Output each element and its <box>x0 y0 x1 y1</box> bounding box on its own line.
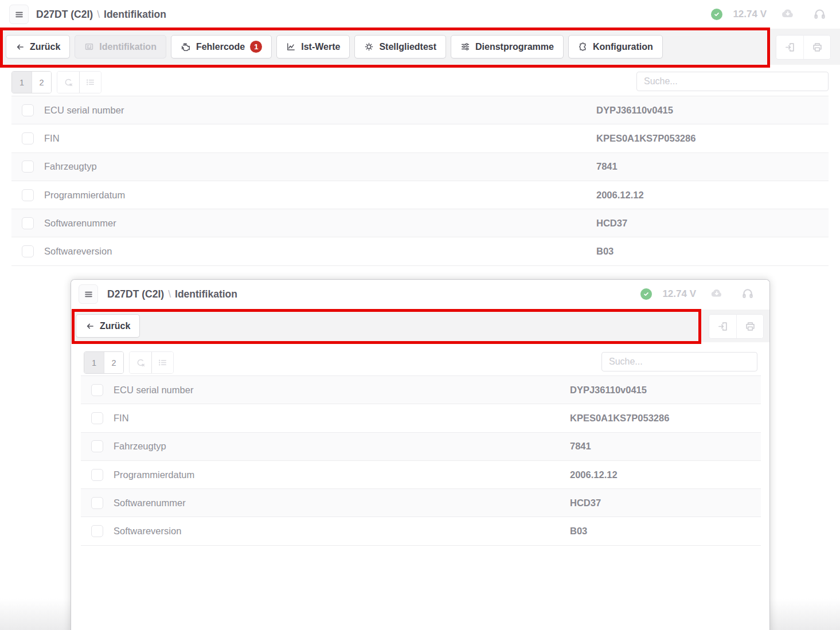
page-button-group: 1 2 <box>11 71 52 93</box>
list-view-button[interactable] <box>79 72 101 93</box>
cloud-download-icon[interactable] <box>710 287 723 302</box>
row-label: ECU serial number <box>114 385 193 396</box>
row-value: 7841 <box>596 161 618 172</box>
list-view-icon <box>158 358 167 367</box>
id-card-icon <box>84 42 94 52</box>
hamburger-menu-button[interactable] <box>79 284 98 304</box>
table-row[interactable]: Softwarenummer HCD37 <box>81 489 761 517</box>
overlay-window: D27DT (C2I) \ Identifikation 12.74 V <box>71 279 770 630</box>
row-checkbox[interactable] <box>22 104 34 116</box>
clear-selection-button[interactable] <box>130 352 151 373</box>
breadcrumb-page: Identifikation <box>175 288 237 300</box>
back-button-label: Zurück <box>30 42 60 52</box>
row-value: KPES0A1KS7P053286 <box>570 413 669 424</box>
row-label: Fahrzeugtyp <box>44 161 97 172</box>
breadcrumb-page: Identifikation <box>104 9 166 21</box>
row-label: Softwareversion <box>114 526 181 537</box>
list-view-button[interactable] <box>151 352 173 373</box>
row-checkbox[interactable] <box>91 440 103 452</box>
row-checkbox[interactable] <box>91 469 103 481</box>
row-value: B03 <box>570 526 587 537</box>
check-circle-icon <box>713 10 721 18</box>
main-action-icons <box>776 35 831 60</box>
connection-ok-badge <box>640 288 652 300</box>
table-row[interactable]: Softwarenummer HCD37 <box>11 209 829 237</box>
table-row[interactable]: Softwareversion B03 <box>81 517 761 545</box>
row-checkbox[interactable] <box>91 497 103 509</box>
main-pagination: 1 2 <box>11 71 101 93</box>
search-input[interactable] <box>636 72 829 91</box>
breadcrumb-separator: \ <box>97 9 100 21</box>
export-button[interactable] <box>776 36 803 59</box>
overlay-pagination: 1 2 <box>84 351 174 374</box>
tab-label: Dienstprogramme <box>475 42 554 52</box>
back-button[interactable]: Zurück <box>6 35 70 58</box>
table-row[interactable]: FIN KPES0A1KS7P053286 <box>81 404 761 432</box>
sliders-icon <box>460 42 470 52</box>
table-row[interactable]: Programmierdatum 2006.12.12 <box>11 181 829 209</box>
hamburger-menu-icon <box>14 10 24 19</box>
row-checkbox[interactable] <box>91 384 103 396</box>
row-label: Fahrzeugtyp <box>114 441 166 452</box>
row-checkbox[interactable] <box>22 245 34 257</box>
overlay-data-table: ECU serial number DYPJ36110v0415 FIN KPE… <box>81 375 761 546</box>
row-checkbox[interactable] <box>22 217 34 229</box>
tab-ist-werte[interactable]: Ist-Werte <box>276 35 350 58</box>
row-value: 2006.12.12 <box>596 190 644 201</box>
breadcrumb: D27DT (C2I) \ Identifikation <box>36 0 166 29</box>
export-button[interactable] <box>709 315 736 338</box>
table-row[interactable]: ECU serial number DYPJ36110v0415 <box>11 96 829 124</box>
tab-konfiguration[interactable]: Konfiguration <box>568 35 663 58</box>
table-row[interactable]: ECU serial number DYPJ36110v0415 <box>81 376 761 404</box>
back-button[interactable]: Zurück <box>76 314 140 338</box>
overlay-header: D27DT (C2I) \ Identifikation 12.74 V <box>71 280 769 308</box>
table-row[interactable]: Softwareversion B03 <box>11 237 829 265</box>
row-value: 7841 <box>570 441 591 452</box>
print-button[interactable] <box>803 36 830 59</box>
cloud-download-icon[interactable] <box>780 6 795 23</box>
row-label: ECU serial number <box>44 105 124 116</box>
tab-identifikation: Identifikation <box>75 35 166 58</box>
tab-label: Identifikation <box>99 42 157 52</box>
row-label: Softwarenummer <box>44 218 116 229</box>
row-label: FIN <box>114 413 129 424</box>
bulb-rays-icon <box>364 42 374 52</box>
headphones-icon[interactable] <box>813 7 826 22</box>
page-2-button[interactable]: 2 <box>32 72 51 93</box>
row-label: Softwarenummer <box>114 498 186 508</box>
row-value: DYPJ36110v0415 <box>596 105 673 116</box>
arrow-left-icon <box>85 322 95 331</box>
tab-stellgliedtest[interactable]: Stellgliedtest <box>354 35 446 58</box>
view-button-group <box>57 71 101 93</box>
breadcrumb-device: D27DT (C2I) <box>36 9 93 21</box>
tab-label: Ist-Werte <box>301 42 340 52</box>
connection-ok-badge <box>711 9 722 20</box>
row-value: 2006.12.12 <box>570 469 618 480</box>
row-value: KPES0A1KS7P053286 <box>596 133 696 144</box>
tab-fehlercode[interactable]: Fehlercode 1 <box>171 35 272 58</box>
row-checkbox[interactable] <box>22 161 34 173</box>
export-icon <box>784 42 795 53</box>
tab-dienstprogramme[interactable]: Dienstprogramme <box>451 35 564 58</box>
page-2-button[interactable]: 2 <box>104 352 123 373</box>
page-1-button[interactable]: 1 <box>12 72 32 93</box>
table-row[interactable]: Fahrzeugtyp 7841 <box>81 433 761 461</box>
table-row[interactable]: Fahrzeugtyp 7841 <box>11 153 829 181</box>
print-button[interactable] <box>736 315 763 338</box>
arrow-left-icon <box>15 42 25 52</box>
list-view-icon <box>85 77 95 87</box>
row-checkbox[interactable] <box>91 525 103 537</box>
hamburger-menu-button[interactable] <box>9 5 29 24</box>
search-input[interactable] <box>601 352 757 371</box>
row-value: HCD37 <box>596 218 627 229</box>
table-row[interactable]: Programmierdatum 2006.12.12 <box>81 461 761 489</box>
page-1-button[interactable]: 1 <box>84 352 104 373</box>
header-status-area: 12.74 V <box>640 280 754 308</box>
clear-selection-button[interactable] <box>57 72 79 93</box>
table-row[interactable]: FIN KPES0A1KS7P053286 <box>11 124 829 152</box>
row-checkbox[interactable] <box>22 132 34 144</box>
row-checkbox[interactable] <box>22 189 34 201</box>
headphones-icon[interactable] <box>741 287 754 302</box>
hamburger-menu-icon <box>84 289 93 299</box>
row-checkbox[interactable] <box>91 412 103 424</box>
